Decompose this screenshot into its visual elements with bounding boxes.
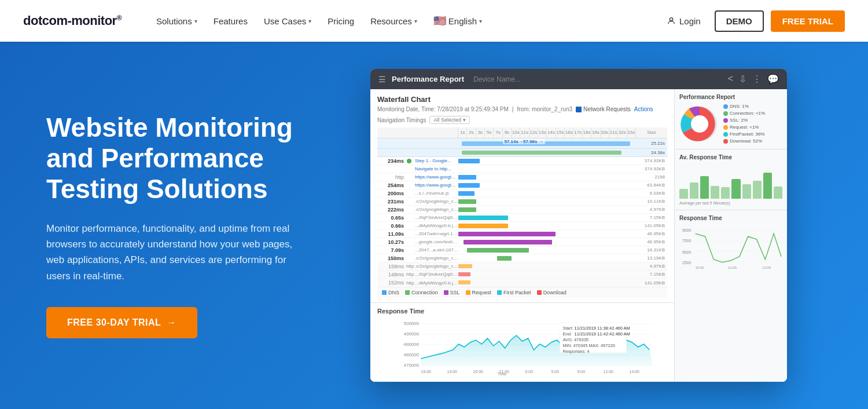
svg-text:7500: 7500 [682, 239, 692, 243]
more-icon[interactable]: ⋮ [752, 74, 762, 85]
avg-bar-4 [711, 186, 719, 199]
network-requests-cb[interactable]: Network Requests [576, 106, 631, 112]
svg-text:5000: 5000 [682, 250, 692, 254]
svg-text:2500: 2500 [682, 261, 692, 265]
svg-text:11/21/2019 11:38:42.460 AM: 11/21/2019 11:38:42.460 AM [575, 326, 630, 331]
menu-icon: ☰ [378, 75, 386, 84]
wf-row-2: http https://www.google.com/ 2198 [377, 173, 667, 181]
pie-legend-request: Request: <1% [723, 125, 765, 130]
nav-pricing[interactable]: Pricing [322, 12, 360, 31]
pie-legend-download: Download: 52% [723, 138, 765, 144]
svg-point-1 [407, 159, 411, 163]
wf-row-3: 254ms https://www.google.com... 63.84KB [377, 181, 667, 189]
download-icon[interactable]: ⇩ [739, 74, 746, 85]
svg-text:470000: 470000 [404, 363, 420, 368]
avg-bar-8 [753, 181, 762, 199]
chevron-down-icon: ▾ [479, 18, 482, 24]
svg-text:5:00: 5:00 [551, 370, 560, 374]
avg-bar-chart [679, 164, 782, 199]
svg-text:14:00: 14:00 [630, 370, 640, 374]
waterfall-section: Waterfall Chart Monitoring Date, Time: 7… [370, 89, 674, 303]
svg-text:0:00: 0:00 [525, 370, 534, 374]
chevron-down-icon: ▾ [308, 18, 311, 24]
wf-row-13: 158ms http .c/2x/googlelogo_color... 4.9… [377, 262, 667, 271]
hero-description: Monitor performance, functionality, and … [46, 221, 312, 284]
legend-dns: DNS [382, 290, 399, 295]
waterfall-legend: DNS Connection SSL Request [377, 287, 667, 298]
wf-row-15: 152ms http ...dMyblWzqp/0.b.js/dps... 14… [377, 279, 667, 287]
hero-title: Website Monitoring and Performance Testi… [46, 112, 336, 204]
arrow-icon: → [167, 317, 176, 328]
svg-text:9000: 9000 [682, 228, 692, 232]
wf-row-1: 234ms Step 1 - Google... 374.92KB [377, 157, 667, 165]
avg-bar-3 [700, 176, 709, 199]
side-response-title: Response Time [679, 215, 782, 221]
nav-solutions[interactable]: Solutions ▾ [150, 12, 203, 31]
pie-chart-container: DNS: 1% Connection: <1% SSL: 2% [679, 104, 782, 144]
legend-first-packet: First Packet [497, 290, 531, 295]
chat-icon[interactable]: 💬 [767, 74, 779, 85]
svg-text:18:00: 18:00 [421, 370, 432, 374]
wf-row-5: 231ms .c/2x/googlelogo_color... 10.11KB [377, 198, 667, 206]
avg-bar-2 [690, 182, 698, 199]
dashboard-title: Performance Report [392, 75, 464, 83]
logo[interactable]: dotcom-monitor® [23, 13, 122, 28]
wf-row-11: 7.09s ...2047...a-skrt.1873.qrt... 16.31… [377, 246, 667, 254]
legend-download: Download [537, 290, 567, 295]
dashboard-header: ☰ Performance Report Device Name... < ⇩ … [370, 69, 787, 89]
svg-text:480000: 480000 [404, 342, 420, 347]
login-button[interactable]: Login [660, 12, 708, 31]
demo-button[interactable]: DEMO [715, 10, 764, 32]
wf-row-6: 222ms .c/2x/googlelogo_color... 4.97KB [377, 206, 667, 214]
response-time-chart: 500000 490000 480000 480000 470000 [377, 318, 667, 376]
svg-text:Responses: 4: Responses: 4 [563, 349, 590, 354]
avg-bar-10 [774, 187, 782, 199]
nav-features[interactable]: Features [208, 12, 253, 31]
svg-point-31 [691, 115, 708, 133]
side-response-chart: 9000 7500 5000 2500 10:00 11:00 [679, 225, 782, 271]
pie-legend-ssl: SSL: 2% [723, 118, 765, 123]
svg-text:End:: End: [563, 331, 572, 337]
pie-legend: DNS: 1% Connection: <1% SSL: 2% [723, 104, 765, 144]
pie-chart [679, 104, 720, 144]
waterfall-meta: Monitoring Date, Time: 7/28/2019 at 9:25… [377, 106, 667, 124]
free-trial-cta-button[interactable]: FREE 30-DAY TRIAL → [46, 307, 197, 338]
nav-resources[interactable]: Resources ▾ [365, 12, 423, 31]
svg-text:11:00: 11:00 [728, 266, 737, 269]
avg-bar-1 [679, 189, 688, 199]
device-name: Device Name... [473, 75, 521, 83]
svg-text:20:00: 20:00 [473, 370, 484, 374]
svg-text:AVG: 479335: AVG: 479335 [563, 337, 589, 342]
legend-ssl: SSL [444, 290, 460, 295]
legend-connection: Connection [405, 290, 438, 295]
hero-section: Website Monitoring and Performance Testi… [0, 42, 868, 409]
all-selected-dropdown[interactable]: All Selected ▾ [429, 116, 470, 124]
svg-text:Time: Time [498, 372, 506, 376]
dashboard-actions: < ⇩ ⋮ 💬 [728, 74, 779, 85]
svg-text:19:00: 19:00 [447, 370, 458, 374]
svg-text:MIN: 470345 MAX: 497220: MIN: 470345 MAX: 497220 [563, 343, 615, 348]
dns-color [382, 290, 387, 295]
svg-text:9:00: 9:00 [578, 370, 586, 374]
wf-row-9: 11.09s ...2047wdn=wgrt.1973.ah... 46.95K… [377, 230, 667, 238]
free-trial-header-button[interactable]: FREE TRIAL [771, 10, 845, 32]
hero-content: Website Monitoring and Performance Testi… [46, 112, 336, 338]
wf-row-nav: Navigate to http... 374.92KB [377, 165, 667, 173]
header: dotcom-monitor® Solutions ▾ Features Use… [0, 0, 868, 42]
avg-label: Average per last 5 Minute(s) [679, 201, 782, 205]
user-icon [667, 16, 676, 25]
avg-bar-6 [731, 179, 740, 199]
wf-row-10: 10.27s ...google.com/textinputassist... … [377, 238, 667, 246]
avg-bar-5 [721, 187, 730, 199]
pie-legend-connection: Connection: <1% [723, 111, 765, 116]
svg-text:490000: 490000 [404, 331, 420, 337]
wf-row-14: 148ms http .../0qF3mAmrQql0Zr/89uf... 7.… [377, 271, 667, 279]
wf-row-4: 200ms ...s./../revenue.js 6.03KB [377, 189, 667, 198]
nav-use-cases[interactable]: Use Cases ▾ [258, 12, 317, 31]
nav-language[interactable]: 🇺🇸 English ▾ [428, 10, 488, 32]
nav: Solutions ▾ Features Use Cases ▾ Pricing… [150, 10, 660, 32]
cta-label: FREE 30-DAY TRIAL [67, 317, 161, 328]
share-icon[interactable]: < [728, 74, 733, 85]
legend-request: Request [466, 290, 492, 295]
pie-legend-first-packet: FirstPacket: 36% [723, 132, 765, 137]
